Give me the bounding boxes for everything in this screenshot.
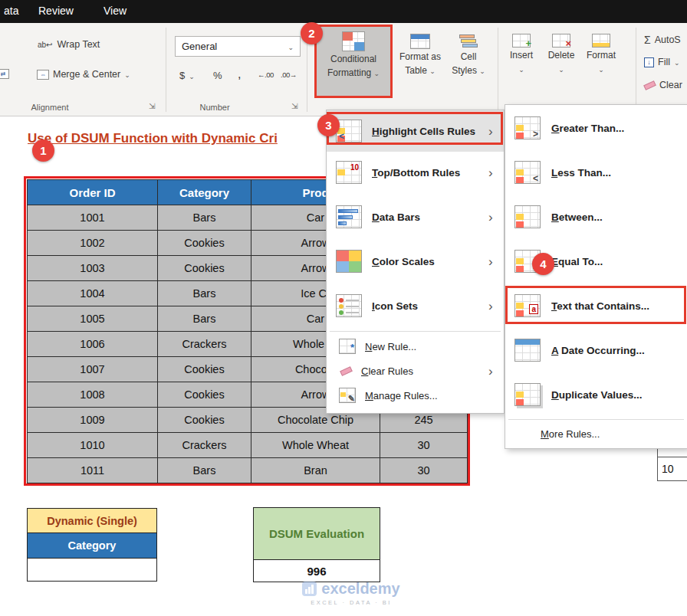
column-header-order-id[interactable]: Order ID [28, 180, 158, 205]
insert-label: Insert [510, 50, 533, 61]
cell-order-id[interactable]: 1011 [28, 458, 158, 483]
submenu-item-less-than[interactable]: < Less Than... [505, 151, 687, 194]
cell-category[interactable]: Bars [158, 306, 251, 332]
cf-label-line2: Formatting [327, 67, 380, 79]
cell-category[interactable]: Crackers [158, 433, 251, 458]
cell-category[interactable]: Cookies [158, 231, 251, 256]
caret-down-icon [189, 70, 195, 81]
merge-center-button[interactable]: ⇔ Merge & Center [34, 67, 133, 81]
submenu-item-duplicate-values[interactable]: Duplicate Values... [505, 373, 687, 416]
comma-style-button[interactable]: , [235, 66, 244, 83]
cell-styles-button[interactable]: Cell Styles [447, 29, 490, 77]
conditional-formatting-button[interactable]: Conditional Formatting [314, 25, 393, 98]
caret-down-icon [518, 64, 524, 75]
number-format-combo[interactable]: General [175, 36, 301, 57]
cell-category[interactable]: Cookies [158, 357, 251, 382]
autosum-button[interactable]: Σ AutoS [641, 32, 684, 48]
criteria-value-cell[interactable] [27, 559, 157, 582]
cell-order-id[interactable]: 1008 [28, 382, 158, 408]
edge-cell-value[interactable]: 10 [657, 457, 687, 481]
menu-item-clear-rules[interactable]: Clear Rules [327, 359, 504, 383]
submenu-item-between[interactable]: Between... [505, 195, 687, 238]
number-dialog-launcher[interactable] [291, 102, 302, 113]
cell-category[interactable]: Bars [158, 281, 251, 306]
caret-down-icon [288, 41, 294, 52]
cell-product[interactable]: Bran [251, 458, 380, 483]
alignment-group-label: Alignment [15, 103, 84, 112]
submenu-item-label: Text that Contains... [551, 300, 681, 312]
cell-order-id[interactable]: 1007 [28, 357, 158, 382]
cell-col4[interactable]: 30 [380, 433, 468, 458]
cell-order-id[interactable]: 1001 [28, 205, 158, 231]
criteria-title-cell[interactable]: Dynamic (Single) [27, 508, 157, 533]
submenu-item-more-rules[interactable]: More Rules... [505, 422, 687, 445]
criteria-field-cell[interactable]: Category [27, 533, 157, 559]
format-as-table-button[interactable]: Format as Table [396, 29, 445, 77]
ribbon-tab-view[interactable]: View [104, 5, 127, 17]
submenu-item-text-that-contains[interactable]: a Text that Contains... [505, 284, 687, 327]
step-badge-2: 2 [301, 22, 323, 44]
insert-cells-button[interactable]: + Insert [504, 29, 539, 75]
cell-order-id[interactable]: 1003 [28, 256, 158, 281]
cell-category[interactable]: Cookies [158, 382, 251, 408]
format-cells-icon [592, 34, 610, 48]
menu-item-color-scales[interactable]: Color Scales [327, 241, 504, 282]
indent-icon[interactable]: ⇄ [0, 67, 12, 80]
submenu-item-label: Greater Than... [551, 123, 681, 134]
menu-item-new-rule[interactable]: * New Rule... [327, 334, 504, 359]
number-format-value: General [182, 41, 217, 52]
delete-cells-button[interactable]: × Delete [543, 29, 580, 75]
menu-item-manage-rules[interactable]: ✎ Manage Rules... [327, 383, 504, 408]
caret-down-icon [429, 65, 436, 76]
submenu-item-a-date-occurring[interactable]: A Date Occurring... [505, 329, 687, 372]
cell-product[interactable]: Whole Wheat [251, 433, 380, 458]
submenu-arrow-icon [488, 255, 498, 268]
insert-cells-icon: + [512, 34, 531, 48]
menu-item-top-bottom-rules[interactable]: 10 Top/Bottom Rules [327, 152, 504, 193]
cell-category[interactable]: Cookies [158, 256, 251, 281]
sheet-title[interactable]: Use of DSUM Function with Dynamic Cri [28, 131, 278, 146]
decrease-decimal-button[interactable]: .00→ [278, 69, 300, 80]
cell-order-id[interactable]: 1002 [28, 231, 158, 256]
caret-down-icon [124, 69, 130, 80]
cell-category[interactable]: Crackers [158, 332, 251, 357]
step-badge-3: 3 [317, 114, 340, 136]
menu-item-highlight-cells-rules[interactable]: < Highlight Cells Rules [327, 110, 504, 152]
cell-category[interactable]: Cookies [158, 408, 251, 433]
conditional-formatting-menu: < Highlight Cells Rules 10 Top/Bottom Ru… [326, 110, 505, 414]
fat-label-line1: Format as [399, 51, 441, 63]
cell-category[interactable]: Bars [158, 205, 251, 231]
autosum-sigma-icon: Σ [644, 34, 651, 46]
cell-order-id[interactable]: 1009 [28, 408, 158, 433]
wrap-text-label: Wrap Text [58, 39, 100, 50]
cell-order-id[interactable]: 1005 [28, 306, 158, 332]
alignment-dialog-launcher[interactable] [149, 102, 159, 113]
wrap-text-icon: ab↩ [37, 40, 54, 50]
menu-item-data-bars[interactable]: Data Bars [327, 196, 504, 238]
cell-category[interactable]: Bars [158, 458, 251, 483]
ribbon-tab-data[interactable]: ata [4, 5, 18, 17]
fill-button[interactable]: ↓ Fill [641, 55, 683, 69]
dsum-value-cell[interactable]: 996 [253, 560, 380, 582]
cell-col4[interactable]: 30 [380, 458, 468, 483]
currency-format-button[interactable]: $ [176, 68, 198, 83]
ribbon-tab-review[interactable]: Review [38, 5, 74, 17]
cf-label-line1: Conditional [330, 54, 376, 65]
clear-button[interactable]: Clear [641, 78, 685, 92]
eraser-icon [643, 80, 656, 90]
percent-style-button[interactable]: % [210, 68, 225, 83]
cell-order-id[interactable]: 1006 [28, 332, 158, 357]
dsum-label-cell[interactable]: DSUM Evaluation [253, 507, 380, 560]
submenu-item-greater-than[interactable]: > Greater Than... [505, 106, 687, 149]
menu-item-icon-sets[interactable]: Icon Sets [327, 285, 504, 326]
submenu-arrow-icon [488, 211, 498, 224]
submenu-item-label: Equal To... [551, 256, 681, 267]
caret-down-icon [598, 64, 604, 75]
wrap-text-button[interactable]: ab↩ Wrap Text [34, 38, 103, 51]
less-than-icon: < [514, 161, 541, 184]
increase-decimal-button[interactable]: ←.00 [255, 69, 277, 80]
cell-order-id[interactable]: 1004 [28, 281, 158, 306]
cell-order-id[interactable]: 1010 [28, 433, 158, 458]
format-cells-button[interactable]: Format [581, 29, 621, 75]
column-header-category[interactable]: Category [158, 180, 251, 205]
